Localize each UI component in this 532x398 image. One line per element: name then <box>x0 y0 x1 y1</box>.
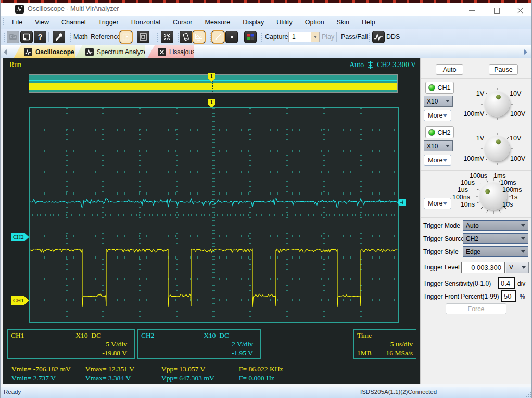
menu-help[interactable]: Help <box>356 16 382 29</box>
menu-file[interactable]: File <box>6 16 29 29</box>
control-panel: Auto Pause CH1 X10 More 1V 10V 100mV 100… <box>420 58 532 384</box>
tab-lissajous[interactable]: Lissajous <box>147 45 194 58</box>
ch2-ground-marker[interactable]: CH2 <box>11 233 29 241</box>
maximize-button[interactable] <box>488 5 505 16</box>
trigger-source-select[interactable]: CH2 <box>463 233 528 244</box>
play-button: Play <box>322 29 334 45</box>
pass-fail-button[interactable]: Pass/Fail <box>341 29 368 45</box>
ch2-vpp: Vpp= 647.303 mV <box>161 374 239 382</box>
dot-style-icon[interactable] <box>225 31 238 43</box>
divider <box>358 389 358 397</box>
menu-cursor[interactable]: Cursor <box>167 16 199 29</box>
tab-label: Spectrum Analyzer <box>97 48 149 56</box>
oscilloscope-icon <box>24 48 32 56</box>
trigger-level-unit-select[interactable]: V <box>506 262 529 273</box>
save-icon[interactable] <box>20 31 33 43</box>
run-status: Run <box>9 61 21 69</box>
ch1-led <box>428 84 435 91</box>
pause-button[interactable]: Pause <box>489 64 518 75</box>
knob-label-100mv: 100mV <box>460 110 484 118</box>
more-label: More <box>428 157 442 164</box>
ch1-offset: -19.88 V <box>102 349 127 357</box>
ch1-probe-select[interactable]: X10 <box>424 96 453 107</box>
single-view-icon[interactable] <box>137 31 149 43</box>
ch1-freq: F= 86.022 KHz <box>239 365 283 374</box>
ch1-volts-knob[interactable] <box>485 92 510 117</box>
ch2-led <box>428 129 435 136</box>
timebase-more-button[interactable]: More <box>424 198 451 209</box>
trigger-style-select[interactable]: Edge <box>463 246 528 257</box>
toolbar-grip <box>369 32 371 42</box>
ch2-probe-select[interactable]: X10 <box>424 140 453 151</box>
knob-indicator <box>496 139 501 144</box>
dds-button[interactable]: DDS <box>386 29 400 45</box>
fit-screen-icon[interactable] <box>161 31 173 43</box>
capture-label: Capture <box>265 29 288 45</box>
split-view-icon[interactable] <box>120 31 132 43</box>
ch2-enable-button[interactable]: CH2 <box>425 126 454 138</box>
minimize-button[interactable] <box>463 5 480 16</box>
trigger-front-input[interactable]: 50 <box>501 290 516 302</box>
trigger-sensitivity-input[interactable]: 0.4 <box>498 277 515 289</box>
toolbar-grip <box>2 18 4 27</box>
ch2-more-button[interactable]: More <box>424 155 451 166</box>
capture-count-value: 1 <box>289 33 311 41</box>
ch2-volts-knob[interactable] <box>485 136 510 161</box>
device-icon[interactable] <box>180 31 192 43</box>
tool-icon[interactable] <box>53 31 65 43</box>
auto-button[interactable]: Auto <box>436 64 463 75</box>
ch1-ground-marker[interactable]: CH1 <box>11 296 29 305</box>
ch1-vmin: Vmin= -706.182 mV <box>11 365 85 374</box>
trigger-source-label: Trigger Source <box>423 235 464 242</box>
trigger-mode-select[interactable]: Auto <box>463 220 528 231</box>
divider <box>421 78 532 79</box>
chevron-down-icon <box>521 224 525 227</box>
trigger-source-value: CH2 <box>466 235 478 242</box>
trigger-readout: Auto CH2 3.300 V <box>349 61 416 69</box>
menu-option[interactable]: Option <box>299 16 331 29</box>
menu-utility[interactable]: Utility <box>270 16 299 29</box>
menu-skin[interactable]: Skin <box>331 16 356 29</box>
menu-display[interactable]: Display <box>236 16 270 29</box>
capture-count-select[interactable]: 1 <box>288 32 320 42</box>
math-button[interactable]: Math <box>73 29 88 45</box>
trigger-level-unit: V <box>509 264 513 271</box>
menu-measure[interactable]: Measure <box>199 16 237 29</box>
ch2-scale: 2 V/div <box>232 340 253 349</box>
menu-channel[interactable]: Channel <box>55 16 92 29</box>
trigger-level-marker[interactable] <box>397 198 406 207</box>
chevron-down-icon[interactable] <box>311 32 319 42</box>
ch1-trace <box>30 249 397 307</box>
chevron-down-icon <box>446 100 450 102</box>
tab-scroll-left-icon[interactable] <box>4 49 7 55</box>
force-button[interactable]: Force <box>446 303 506 314</box>
reference-button[interactable]: Reference <box>91 29 121 45</box>
palette-icon[interactable] <box>244 31 257 43</box>
close-button[interactable] <box>511 5 529 16</box>
tab-spectrum-analyzer[interactable]: Spectrum Analyzer <box>75 45 145 58</box>
waveforms <box>30 108 398 322</box>
divider <box>421 217 532 218</box>
line-style-icon[interactable] <box>212 31 224 43</box>
ch2-probe: X10 <box>204 331 216 339</box>
title-bar: Oscilloscope - Multi VirAnalyzer <box>1 3 532 16</box>
status-text: Ready <box>4 389 21 395</box>
status-bar: Ready ISDS205A(1.1)(2)Connected <box>1 387 532 398</box>
tab-oscilloscope[interactable]: Oscilloscope <box>14 45 75 58</box>
tab-scroll-right-icon[interactable] <box>524 49 527 55</box>
menu-view[interactable]: View <box>29 16 55 29</box>
tab-bar: Oscilloscope Spectrum Analyzer Lissajous <box>1 45 532 58</box>
trigger-front-unit: % <box>520 293 525 300</box>
menu-trigger[interactable]: Trigger <box>92 16 125 29</box>
ch1-more-button[interactable]: More <box>424 110 451 121</box>
menu-horizontal[interactable]: Horizontal <box>125 16 167 29</box>
knob-label-10v: 10V <box>510 135 521 142</box>
resize-grip[interactable] <box>530 396 531 397</box>
ch2-trace <box>30 199 397 207</box>
display-mode-icon[interactable] <box>193 31 205 43</box>
help-icon[interactable]: ? <box>34 31 46 43</box>
ch1-enable-button[interactable]: CH1 <box>425 82 454 94</box>
trigger-level-input[interactable]: 0 003.300 <box>461 262 505 273</box>
dds-icon[interactable] <box>372 31 385 43</box>
trigger-position-flag[interactable]: T <box>208 99 215 108</box>
